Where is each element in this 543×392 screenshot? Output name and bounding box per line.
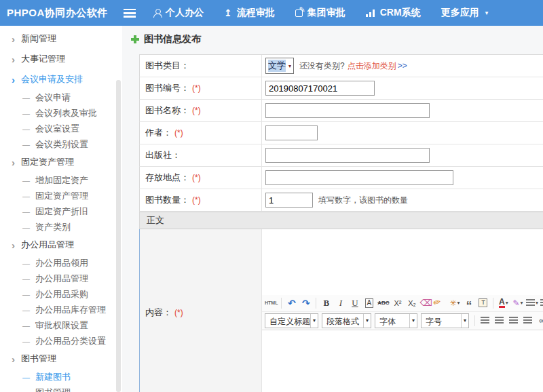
sidebar-item-new-book[interactable]: — 新建图书 [0,369,122,385]
nav-personal-office[interactable]: 个人办公 [153,7,204,19]
nav-crm-system[interactable]: CRM系统 [366,7,421,19]
sidebar-item-supplies-purchase[interactable]: — 办公用品采购 [0,286,122,302]
add-category-link[interactable]: 点击添加类别 [348,60,396,72]
font-family-select[interactable]: 字体 ▾ [375,313,417,328]
publisher-input[interactable] [265,148,430,163]
color-picker-button[interactable]: ✳ ▾ [448,296,461,310]
sidebar-item-asset-depreciation[interactable]: — 固定资产折旧 [0,203,122,219]
paragraph-format-select[interactable]: 段落格式 ▾ [322,313,371,328]
sidebar-item-meeting-list[interactable]: — 会议列表及审批 [0,105,122,121]
form-row-publisher: 出版社： [139,144,543,167]
author-input[interactable] [265,125,318,140]
nav-group-approval[interactable]: 集团审批 [295,7,345,19]
html-source-button[interactable]: HTML [265,296,278,310]
dash-icon: — [22,192,30,200]
ordered-list-button[interactable]: ▾ [525,296,538,310]
strikethrough-button[interactable]: ABC [377,296,390,310]
sidebar-item-supplies-claim[interactable]: — 办公用品领用 [0,255,122,271]
item-label: 增加固定资产 [35,174,88,187]
sidebar-group-meeting[interactable]: › 会议申请及安排 [0,69,122,90]
nav-workflow-approval[interactable]: ↥ 流程审批 [224,7,275,19]
format-brush-icon[interactable]: ✏ [432,295,449,311]
sidebar-item-supplies-manage[interactable]: — 办公用品管理 [0,271,122,286]
sidebar-item-meeting-room[interactable]: — 会议室设置 [0,121,122,136]
field-label: 作者： (*) [140,122,262,144]
bold-button[interactable]: B [320,296,333,310]
align-right-button[interactable] [507,314,520,328]
nav-label: 个人办公 [166,7,204,19]
nav-label: CRM系统 [380,7,421,19]
sidebar-group-fixed-assets[interactable]: › 固定资产管理 [0,152,122,172]
section-header-body: 正文 [139,212,543,229]
chevron-down-icon: ▾ [457,300,460,306]
field-label: 内容： (*) [140,229,262,392]
redo-button[interactable]: ↷ [299,296,312,310]
field-label: 图书类目： [140,55,262,77]
sidebar-item-supplies-inventory[interactable]: — 办公用品库存管理 [0,302,122,317]
superscript-button[interactable]: X² [391,296,404,310]
chevron-right-icon: › [12,240,15,250]
field-label: 图书数量： (*) [140,189,262,211]
font-color-button[interactable]: A ▾ [497,296,510,310]
font-size-select[interactable]: 字号 ▾ [421,313,469,328]
sidebar-item-meeting-apply[interactable]: — 会议申请 [0,90,122,105]
dash-icon: — [22,109,30,117]
page-title-text: 图书信息发布 [144,33,201,45]
sidebar-item-approval-permission[interactable]: — 审批权限设置 [0,317,122,333]
form-row-quantity: 图书数量： (*) 填写数字，该图书的数量 [139,189,543,212]
form-row-content: 内容： (*) HTML ↶ ↷ B I U A ABC [139,229,543,392]
edit-square-icon [295,9,303,17]
nav-more-apps[interactable]: 更多应用 ▾ [441,7,489,19]
chevron-down-icon: ▾ [485,9,489,16]
undo-button[interactable]: ↶ [285,296,298,310]
align-center-button[interactable] [493,314,506,328]
item-label: 图书管理 [35,387,71,392]
book-no-input[interactable] [265,81,375,96]
add-category-arrows[interactable]: >> [398,61,407,71]
dash-icon: — [22,321,30,330]
item-label: 办公用品采购 [35,288,88,300]
item-label: 固定资产折旧 [35,205,88,218]
sidebar-item-supplies-category[interactable]: — 办公用品分类设置 [0,333,122,349]
sidebar-item-meeting-category[interactable]: — 会议类别设置 [0,136,122,152]
sidebar-item-book-manage[interactable]: — 图书管理 [0,385,122,392]
remove-format-eraser-icon[interactable]: ⌫ [419,296,432,310]
insert-link-button[interactable]: ∞ [536,314,543,328]
bar-chart-icon [366,9,375,17]
blockquote-button[interactable]: “ [462,296,475,310]
dash-icon: — [22,140,30,149]
unordered-list-button[interactable]: ▾ [540,296,543,310]
required-mark: (*) [192,83,201,93]
palette-icon: ✳ [449,298,456,308]
category-select[interactable]: 文学 ▾ [265,58,294,74]
field-label: 出版社： [140,144,262,166]
sidebar-scrollbar[interactable] [116,80,121,392]
subscript-button[interactable]: X₂ [405,296,418,310]
sidebar-item-asset-manage[interactable]: — 固定资产管理 [0,188,122,203]
item-label: 审批权限设置 [35,319,88,332]
chevron-down-icon: ▾ [520,300,523,306]
book-name-input[interactable] [265,103,430,118]
sidebar-group-books[interactable]: › 图书管理 [0,349,122,369]
group-label: 大事记管理 [21,53,65,65]
sidebar-item-asset-category[interactable]: — 资产类别 [0,219,122,235]
hamburger-menu-icon[interactable] [124,9,136,18]
group-label: 会议申请及安排 [21,73,83,85]
sidebar-group-memorabilia[interactable]: › 大事记管理 [0,49,122,69]
chevron-right-icon: › [12,157,15,168]
underline-button[interactable]: U [348,296,361,310]
char-border-button[interactable]: A [365,298,374,308]
heading-select[interactable]: 自定义标题 ▾ [265,313,318,328]
form-row-author: 作者： (*) [139,122,543,144]
location-input[interactable] [265,170,453,185]
align-left-button[interactable] [479,314,491,328]
quantity-input[interactable] [265,193,313,208]
highlight-color-button[interactable]: ✎ ▾ [511,296,524,310]
required-mark: (*) [192,195,201,205]
paste-as-text-button[interactable]: T [479,298,487,307]
sidebar-group-office-supplies[interactable]: › 办公用品管理 [0,235,122,255]
italic-button[interactable]: I [334,296,347,310]
sidebar-item-add-asset[interactable]: — 增加固定资产 [0,172,122,188]
sidebar-group-news[interactable]: › 新闻管理 [0,28,122,49]
align-justify-button[interactable] [521,314,534,328]
